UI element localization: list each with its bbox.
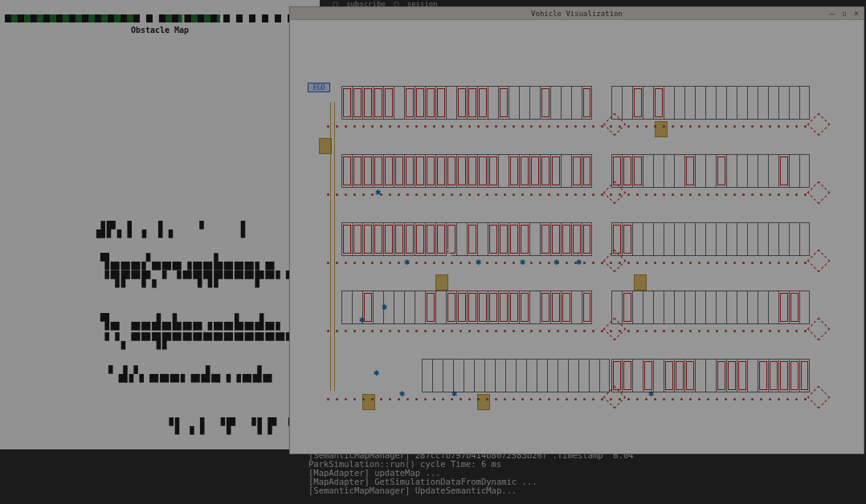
obstacle-glyphs-5: ▝▝▖▀▀▜▛▀▀▀▀▀▀▀▀▀▀▀▘: [100, 332, 296, 349]
parking-lot: ✱✱✱✱✱✱✱✱✱✱✱✱: [327, 86, 833, 375]
marker-1: 1: [446, 247, 451, 258]
obstacle-map-panel: Obstacle Map ▟▛▖▌▗ ▌▖ ▘ ▌ ▜▄▄▄▞▄▄▄▗▄▄▙▄▄…: [0, 0, 320, 449]
obstacle-glyphs-7: ▝▌▗▐ ▝▛ ▝▌▛ ▘: [165, 417, 299, 434]
obstacle-glyphs-4: ▜▄ ▄▄▟▄▙▄▄▗▄▄▙▄▟▄▖▗: [100, 313, 296, 330]
window-titlebar[interactable]: Vehicle Visualization – ▫ ×: [290, 7, 864, 20]
maximize-icon[interactable]: ▫: [840, 9, 848, 17]
vehicle-visualization-window[interactable]: Vehicle Visualization – ▫ × EGO ✱✱✱✱✱✱✱✱…: [289, 6, 864, 454]
obstacle-glyphs-6: ▘▟▞▖▄▄▄▖▄▟▄▗▗▄▟▄: [108, 365, 273, 382]
obstacle-map-title: Obstacle Map: [0, 26, 320, 35]
log-line: [SemanticMapManager] UpdateSemanticMap..…: [308, 486, 863, 495]
minimize-icon[interactable]: –: [828, 9, 836, 17]
window-title: Vehicle Visualization: [531, 10, 623, 18]
close-icon[interactable]: ×: [852, 9, 860, 17]
visualization-canvas[interactable]: EGO ✱✱✱✱✱✱✱✱✱✱✱✱ 1: [290, 20, 864, 453]
obstacle-glyphs-1: ▟▛▖▌▗ ▌▖ ▘ ▌: [96, 221, 251, 238]
terminal-log[interactable]: [SemanticMapManager] 287ccfb797b414b8072…: [305, 449, 866, 504]
obstacle-glyphs-2: ▜▄▄▄▞▄▄▄▗▄▄▙▄▄▄▖▄: [100, 253, 276, 270]
noise-strip: [5, 14, 317, 22]
obstacle-glyphs-3: ▝▜▛▀▛▖▘▝▀▜▜▛▀▀▀▛▀▘▘: [100, 270, 296, 287]
